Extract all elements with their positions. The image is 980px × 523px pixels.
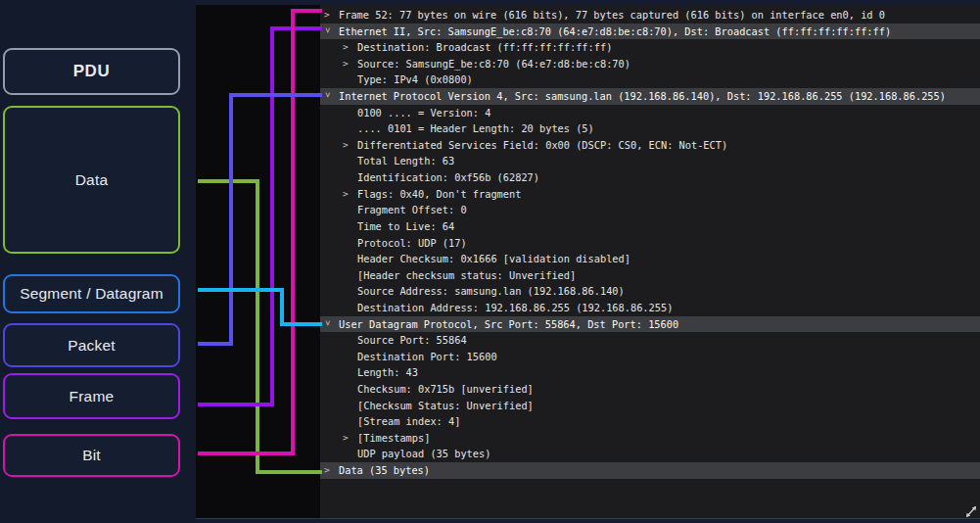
packet-tree-row-text: Frame 52: 77 bytes on wire (616 bits), 7… xyxy=(339,7,885,24)
layer-box-segment-datagram[interactable]: Segment / Datagram xyxy=(3,274,180,313)
packet-tree-row[interactable]: 0100 .... = Version: 4 xyxy=(320,105,980,121)
packet-tree-row-text: Data (35 bytes) xyxy=(339,462,430,479)
packet-tree-row-text: Destination Address: 192.168.86.255 (192… xyxy=(357,300,673,316)
packet-tree-row-text: Differentiated Services Field: 0x00 (DSC… xyxy=(357,137,727,154)
layer-label-data: Data xyxy=(75,171,109,189)
packet-tree-row[interactable]: Destination Address: 192.168.86.255 (192… xyxy=(320,300,980,316)
layer-box-pdu[interactable]: PDU xyxy=(3,48,180,95)
expand-chevron-icon[interactable]: > xyxy=(343,430,357,447)
packet-tree-row[interactable]: Total Length: 63 xyxy=(320,153,980,169)
packet-tree-row-text: Source Address: samsung.lan (192.168.86.… xyxy=(357,283,625,300)
packet-tree-row-text: Ethernet II, Src: SamsungE_be:c8:70 (64:… xyxy=(339,24,891,40)
packet-tree-row-text: Flags: 0x40, Don't fragment xyxy=(357,186,521,203)
packet-tree-row[interactable]: >Internet Protocol Version 4, Src: samsu… xyxy=(320,88,980,105)
packet-tree-row-text: Fragment Offset: 0 xyxy=(357,202,467,218)
packet-tree-row[interactable]: Fragment Offset: 0 xyxy=(320,202,980,218)
packet-tree-row[interactable]: Destination Port: 15600 xyxy=(320,349,980,365)
packet-details-pane: >Frame 52: 77 bytes on wire (616 bits), … xyxy=(320,5,980,518)
packet-tree-row[interactable]: >User Datagram Protocol, Src Port: 55864… xyxy=(320,316,980,333)
layer-label-packet: Packet xyxy=(68,337,116,355)
packet-tree-row-text: Protocol: UDP (17) xyxy=(357,235,467,252)
layer-label-frame: Frame xyxy=(70,388,115,405)
packet-tree-row-text: Source: SamsungE_be:c8:70 (64:e7:d8:be:c… xyxy=(357,56,630,72)
expand-chevron-icon[interactable]: > xyxy=(343,39,357,56)
connector-segment-to-udp-row xyxy=(198,290,322,324)
expand-chevron-icon[interactable]: > xyxy=(324,7,339,24)
packet-tree-row[interactable]: Source Address: samsung.lan (192.168.86.… xyxy=(320,283,980,300)
packet-tree-row-text: Destination Port: 15600 xyxy=(357,349,497,365)
packet-tree-row-text: Checksum: 0x715b [unverified] xyxy=(357,381,534,398)
expand-chevron-icon[interactable]: > xyxy=(343,186,357,203)
packet-tree-row-text: [Header checksum status: Unverified] xyxy=(357,267,576,284)
packet-tree-row[interactable]: Identification: 0xf56b (62827) xyxy=(320,169,980,186)
packet-tree-row-text: [Stream index: 4] xyxy=(357,413,460,430)
packet-tree-row-text: [Checksum Status: Unverified] xyxy=(357,398,534,414)
expand-chevron-icon[interactable]: > xyxy=(343,56,357,72)
connector-packet-to-ip-row xyxy=(198,95,322,344)
connector-frame-to-ethernet-row xyxy=(198,28,322,404)
connector-bit-to-frame-row xyxy=(198,11,322,453)
packet-tree: >Frame 52: 77 bytes on wire (616 bits), … xyxy=(320,5,980,479)
layer-box-bit[interactable]: Bit xyxy=(3,434,180,477)
packet-tree-row[interactable]: Checksum: 0x715b [unverified] xyxy=(320,381,980,398)
packet-tree-row[interactable]: [Stream index: 4] xyxy=(320,413,980,430)
packet-tree-row-text: User Datagram Protocol, Src Port: 55864,… xyxy=(339,316,678,333)
packet-tree-row[interactable]: >Source: SamsungE_be:c8:70 (64:e7:d8:be:… xyxy=(320,56,980,72)
packet-tree-row-text: Time to Live: 64 xyxy=(357,218,454,235)
packet-tree-row[interactable]: Length: 43 xyxy=(320,364,980,381)
pdu-layers-panel: PDU Data Segment / Datagram Packet Frame… xyxy=(0,0,196,523)
packet-tree-row[interactable]: [Header checksum status: Unverified] xyxy=(320,267,980,284)
packet-tree-row-text: 0100 .... = Version: 4 xyxy=(357,105,490,121)
layer-box-data[interactable]: Data xyxy=(3,106,180,254)
packet-tree-row[interactable]: >Data (35 bytes) xyxy=(320,462,980,479)
packet-tree-row[interactable]: [Checksum Status: Unverified] xyxy=(320,398,980,414)
packet-tree-row-text: Identification: 0xf56b (62827) xyxy=(357,169,539,186)
layer-label-segment-datagram: Segment / Datagram xyxy=(20,285,163,303)
layer-box-packet[interactable]: Packet xyxy=(3,323,180,367)
layer-label-bit: Bit xyxy=(82,447,101,464)
packet-tree-row-text: Length: 43 xyxy=(357,364,418,381)
packet-tree-row[interactable]: >Flags: 0x40, Don't fragment xyxy=(320,186,980,203)
packet-tree-row-text: UDP payload (35 bytes) xyxy=(357,446,490,462)
packet-tree-row[interactable]: Protocol: UDP (17) xyxy=(320,235,980,252)
packet-tree-row[interactable]: Header Checksum: 0x1666 [validation disa… xyxy=(320,251,980,267)
packet-tree-row[interactable]: >[Timestamps] xyxy=(320,430,980,447)
packet-tree-row[interactable]: Time to Live: 64 xyxy=(320,218,980,235)
packet-tree-row[interactable]: UDP payload (35 bytes) xyxy=(320,446,980,462)
packet-tree-row-text: Destination: Broadcast (ff:ff:ff:ff:ff:f… xyxy=(357,39,612,56)
expand-chevron-icon[interactable]: > xyxy=(324,462,339,479)
packet-tree-row[interactable]: Type: IPv4 (0x0800) xyxy=(320,71,980,88)
layer-box-frame[interactable]: Frame xyxy=(3,373,180,419)
expand-chevron-icon[interactable]: > xyxy=(343,137,357,154)
packet-tree-row-text: Total Length: 63 xyxy=(357,153,454,169)
packet-tree-row[interactable]: >Ethernet II, Src: SamsungE_be:c8:70 (64… xyxy=(320,24,980,40)
layer-label-pdu: PDU xyxy=(73,62,111,81)
window-bottom-edge xyxy=(196,518,980,523)
collapse-chevron-icon[interactable]: > xyxy=(319,320,336,335)
packet-tree-row[interactable]: Source Port: 55864 xyxy=(320,332,980,349)
packet-tree-row-text: Source Port: 55864 xyxy=(357,332,467,349)
collapse-chevron-icon[interactable]: > xyxy=(319,27,336,42)
pdu-wireshark-mapping-view: PDU Data Segment / Datagram Packet Frame… xyxy=(0,0,980,523)
packet-tree-row-text: [Timestamps] xyxy=(357,430,430,447)
connector-data-to-data-row xyxy=(198,181,322,472)
packet-tree-row[interactable]: .... 0101 = Header Length: 20 bytes (5) xyxy=(320,120,980,137)
collapse-chevron-icon[interactable]: > xyxy=(319,92,336,107)
packet-tree-row[interactable]: >Frame 52: 77 bytes on wire (616 bits), … xyxy=(320,7,980,24)
packet-tree-row-text: Header Checksum: 0x1666 [validation disa… xyxy=(357,251,630,267)
packet-tree-row[interactable]: >Destination: Broadcast (ff:ff:ff:ff:ff:… xyxy=(320,39,980,56)
packet-tree-row-text: Internet Protocol Version 4, Src: samsun… xyxy=(339,88,946,105)
packet-tree-row[interactable]: >Differentiated Services Field: 0x00 (DS… xyxy=(320,137,980,154)
packet-tree-row-text: Type: IPv4 (0x0800) xyxy=(357,71,473,88)
packet-tree-row-text: .... 0101 = Header Length: 20 bytes (5) xyxy=(357,120,594,137)
